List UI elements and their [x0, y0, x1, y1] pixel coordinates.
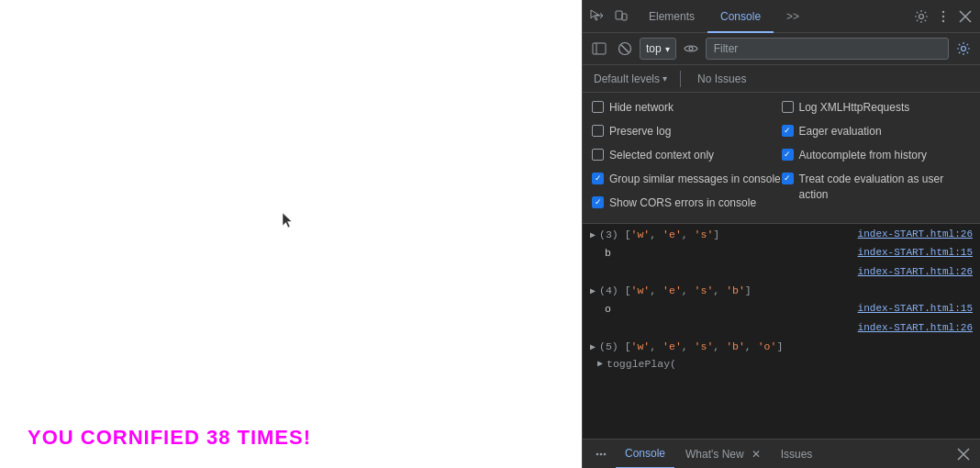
whats-new-close-icon[interactable]: ✕: [752, 448, 761, 461]
bottom-issues-label: Issues: [781, 448, 813, 461]
filter-input[interactable]: [706, 38, 949, 60]
console-content-2: b: [605, 245, 851, 262]
svg-rect-0: [616, 11, 622, 19]
bottom-console-label: Console: [625, 447, 665, 460]
top-right-icons: [910, 0, 980, 32]
devtools-bottom-bar: Console What's New ✕ Issues: [583, 439, 980, 468]
no-issues-label: No Issues: [697, 72, 746, 85]
default-levels-button[interactable]: Default levels ▾: [590, 71, 671, 87]
settings-col-2: Log XMLHttpRequests Eager evaluation Aut…: [782, 100, 972, 216]
selected-context-only-checkbox[interactable]: [592, 149, 604, 161]
webpage-panel: YOU CORNIFIED 38 TIMES!: [0, 0, 582, 468]
treat-code-evaluation-option[interactable]: Treat code evaluation as user action: [782, 172, 972, 203]
preserve-log-option[interactable]: Preserve log: [592, 124, 782, 144]
show-cors-errors-checkbox[interactable]: [592, 196, 604, 208]
group-similar-messages-checkbox[interactable]: [592, 173, 604, 184]
levels-arrow-icon: ▾: [663, 73, 667, 84]
treat-code-evaluation-label: Treat code evaluation as user action: [799, 172, 972, 203]
inspect-element-icon[interactable]: [586, 6, 608, 28]
toggle-play-text: togglePlay(: [607, 358, 676, 370]
context-selector[interactable]: top ▾: [640, 38, 676, 60]
console-output: ▶ (3) ['w', 'e', 's'] index-START.html:2…: [583, 224, 980, 439]
show-cors-errors-label: Show CORS errors in console: [609, 195, 756, 211]
bottom-close-icon[interactable]: [952, 443, 974, 465]
console-line-5: o index-START.html:15: [583, 300, 980, 318]
context-label: top: [646, 42, 662, 55]
log-xml-option[interactable]: Log XMLHttpRequests: [782, 100, 972, 120]
console-link-6[interactable]: index-START.html:26: [851, 320, 973, 337]
top-icons: [583, 0, 636, 32]
console-settings-panel: Hide network Preserve log Selected conte…: [583, 93, 980, 224]
log-xml-label: Log XMLHttpRequests: [799, 100, 910, 116]
devtools-settings-icon[interactable]: [910, 6, 932, 28]
bottom-whats-new-label: What's New: [685, 448, 744, 461]
cursor-pointer: [283, 213, 294, 229]
console-link-3[interactable]: index-START.html:26: [851, 264, 973, 281]
sidebar-toggle-icon[interactable]: [588, 38, 610, 60]
cornified-text: YOU CORNIFIED 38 TIMES!: [28, 426, 311, 450]
svg-point-10: [689, 47, 693, 50]
bottom-tab-console[interactable]: Console: [616, 440, 674, 469]
selected-context-only-label: Selected context only: [609, 148, 714, 163]
eager-evaluation-checkbox[interactable]: [782, 125, 794, 137]
more-tabs-icon[interactable]: [588, 441, 614, 467]
more-options-icon[interactable]: [932, 6, 954, 28]
svg-rect-6: [593, 43, 606, 54]
hide-network-label: Hide network: [609, 100, 674, 116]
expand-arrow-2[interactable]: ▶: [590, 284, 596, 299]
svg-line-9: [621, 45, 629, 52]
hide-network-checkbox[interactable]: [592, 101, 604, 113]
console-line-1: ▶ (3) ['w', 'e', 's'] index-START.html:2…: [583, 226, 980, 244]
console-line-2: b index-START.html:15: [583, 244, 980, 262]
expand-arrow-1[interactable]: ▶: [590, 228, 596, 243]
eager-evaluation-option[interactable]: Eager evaluation: [782, 124, 972, 144]
preserve-log-checkbox[interactable]: [592, 125, 604, 137]
expand-arrow-3[interactable]: ▶: [590, 340, 596, 355]
autocomplete-history-option[interactable]: Autocomplete from history: [782, 148, 972, 168]
levels-label: Default levels: [594, 72, 660, 85]
svg-point-13: [600, 452, 603, 455]
console-settings-icon[interactable]: [952, 38, 974, 60]
autocomplete-history-checkbox[interactable]: [782, 149, 794, 161]
svg-point-5: [942, 19, 944, 21]
svg-point-2: [919, 14, 924, 18]
console-content-4: (4) ['w', 'e', 's', 'b']: [599, 283, 973, 299]
tab-console[interactable]: Console: [707, 0, 774, 33]
svg-point-12: [596, 452, 599, 455]
console-subbar: Default levels ▾ No Issues: [583, 65, 980, 93]
console-line-6: index-START.html:26: [583, 319, 980, 338]
toggle-play-arrow: ▶: [597, 358, 603, 369]
autocomplete-history-label: Autocomplete from history: [799, 148, 927, 163]
console-link-2[interactable]: index-START.html:15: [851, 245, 973, 262]
console-content-7: (5) ['w', 'e', 's', 'b', 'o']: [599, 339, 973, 355]
close-devtools-icon[interactable]: [954, 6, 976, 28]
eye-icon[interactable]: [680, 38, 702, 60]
settings-row: Hide network Preserve log Selected conte…: [592, 100, 971, 216]
subbar-divider: [680, 71, 681, 87]
console-link-1[interactable]: index-START.html:26: [851, 227, 973, 243]
tab-elements[interactable]: Elements: [636, 0, 707, 33]
console-header: top ▾: [583, 33, 980, 65]
svg-point-3: [942, 10, 944, 12]
group-similar-messages-label: Group similar messages in console: [609, 172, 781, 187]
treat-code-evaluation-checkbox[interactable]: [782, 173, 794, 184]
devtools-tabs-bar: Elements Console >>: [583, 0, 980, 33]
console-content-5: o: [605, 301, 851, 318]
hide-network-option[interactable]: Hide network: [592, 100, 782, 120]
device-toggle-icon[interactable]: [610, 6, 632, 28]
console-line-4: ▶ (4) ['w', 'e', 's', 'b']: [583, 282, 980, 300]
console-line-7: ▶ (5) ['w', 'e', 's', 'b', 'o']: [583, 338, 980, 356]
tab-more[interactable]: >>: [774, 0, 812, 33]
show-cors-errors-option[interactable]: Show CORS errors in console: [592, 195, 782, 216]
selected-context-only-option[interactable]: Selected context only: [592, 148, 782, 168]
bottom-tab-whats-new[interactable]: What's New ✕: [676, 440, 770, 469]
bottom-tab-issues[interactable]: Issues: [772, 440, 822, 469]
eager-evaluation-label: Eager evaluation: [799, 124, 882, 139]
console-line-toggle-play[interactable]: ▶ togglePlay(: [583, 356, 980, 372]
clear-console-icon[interactable]: [614, 38, 636, 60]
svg-point-14: [604, 452, 607, 455]
console-link-5[interactable]: index-START.html:15: [851, 301, 973, 318]
group-similar-messages-option[interactable]: Group similar messages in console: [592, 172, 782, 192]
log-xml-checkbox[interactable]: [782, 101, 794, 113]
devtools-panel: Elements Console >>: [582, 0, 980, 468]
